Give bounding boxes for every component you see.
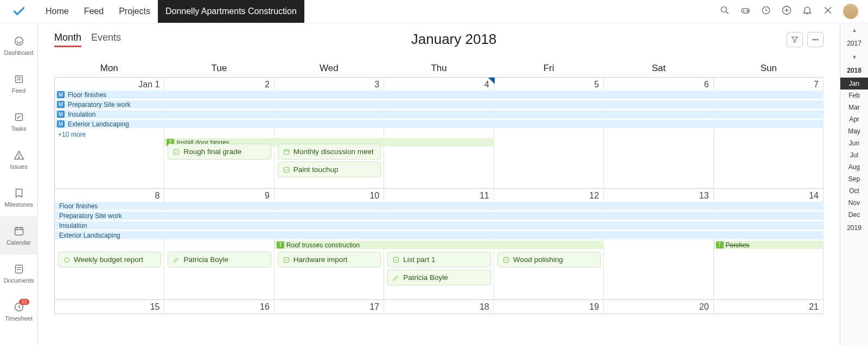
year-option[interactable]: 2018 <box>847 63 861 78</box>
day-cell[interactable]: 21 <box>714 300 824 314</box>
task-marker: T <box>716 241 724 248</box>
allday-bar[interactable]: MFloor finishes <box>55 91 824 99</box>
day-number: 4 <box>484 80 489 90</box>
calendar-item[interactable]: Rough final grade <box>168 144 271 159</box>
calendar-item[interactable]: Weekly budget report <box>58 252 161 267</box>
sidebar-item[interactable]: Calendar <box>0 216 38 254</box>
svg-rect-27 <box>15 265 22 273</box>
allday-bar[interactable]: TRoof trusses construction <box>275 241 604 249</box>
pen-icon <box>392 274 400 282</box>
sidebar-item[interactable]: Issues <box>0 140 38 178</box>
sidebar-item[interactable]: Documents <box>0 254 38 292</box>
day-number: Jan 1 <box>138 80 159 90</box>
calendar-item-label: Monthly discussion meet <box>293 148 374 156</box>
year-option[interactable]: 2019 <box>847 221 861 235</box>
milestone-marker: M <box>57 91 65 98</box>
plus-icon[interactable] <box>781 5 792 18</box>
year-prev-icon[interactable]: ▴ <box>840 23 868 36</box>
day-cell[interactable]: 19 <box>494 300 604 314</box>
allday-bar[interactable]: Floor finishes <box>55 202 824 210</box>
calendar-item[interactable]: List part 1 <box>387 252 490 267</box>
year-next-icon[interactable]: ▾ <box>840 50 868 63</box>
month-option[interactable]: Sep <box>840 173 868 185</box>
day-cell[interactable]: 18 <box>384 300 494 314</box>
month-option[interactable]: Jan <box>840 78 868 90</box>
more-menu-button[interactable] <box>807 32 824 47</box>
calendar-item-label: Weekly budget report <box>74 255 143 264</box>
day-number: 21 <box>809 302 819 312</box>
tools-icon[interactable] <box>822 5 833 18</box>
circle-icon <box>63 256 71 264</box>
topnav-item[interactable]: Feed <box>76 0 111 23</box>
sidebar-item-label: Milestones <box>4 201 33 208</box>
allday-bar[interactable]: Insulation <box>55 221 824 229</box>
month-option[interactable]: May <box>840 125 868 137</box>
svg-point-6 <box>748 11 749 12</box>
calendar-item-label: Patricia Boyle <box>183 255 228 264</box>
check-icon <box>392 256 400 264</box>
search-icon[interactable] <box>719 5 730 18</box>
day-cell[interactable]: 20 <box>604 300 713 314</box>
app-logo[interactable] <box>0 0 38 23</box>
sidebar-badge: 11 <box>19 299 29 305</box>
sidebar-item[interactable]: Dashboard <box>0 27 38 65</box>
calendar-item[interactable]: Wood polishing <box>497 252 601 267</box>
allday-bar[interactable]: MExterior Landscaping <box>55 120 824 128</box>
month-option[interactable]: Jun <box>840 137 868 149</box>
month-option[interactable]: Dec <box>840 209 868 221</box>
calendar-item[interactable]: Patricia Boyle <box>387 270 490 285</box>
allday-bar-label: Exterior Landscaping <box>68 120 129 128</box>
sidebar-item[interactable]: Milestones <box>0 178 38 216</box>
allday-bar[interactable]: MInsulation <box>55 110 824 118</box>
month-option[interactable]: Aug <box>840 161 868 173</box>
allday-bar[interactable]: Preparatory Site work <box>55 212 824 220</box>
day-cell[interactable]: 15 <box>55 300 164 314</box>
avatar[interactable] <box>843 4 858 19</box>
year-option[interactable]: 2017 <box>847 36 861 50</box>
check-icon <box>283 256 290 264</box>
calendar-item-label: Rough final grade <box>183 148 241 156</box>
allday-bar[interactable]: TPorches <box>714 241 824 249</box>
sidebar-item[interactable]: Timesheet11 <box>0 292 38 330</box>
month-option[interactable]: Apr <box>840 113 868 125</box>
month-option[interactable]: Feb <box>840 90 868 101</box>
view-tab[interactable]: Month <box>54 32 81 47</box>
bell-icon[interactable] <box>802 5 813 18</box>
allday-bar[interactable]: MPreparatory Site work <box>55 100 824 108</box>
day-number: 8 <box>155 191 160 201</box>
svg-point-22 <box>18 157 20 158</box>
view-tab[interactable]: Events <box>91 32 121 47</box>
pen-icon <box>173 256 180 264</box>
topnav-item[interactable]: Donnelly Apartments Construction <box>158 0 304 23</box>
calendar-item[interactable]: Patricia Boyle <box>168 252 271 267</box>
month-option[interactable]: Jul <box>840 149 868 161</box>
calendar-item[interactable]: Monthly discussion meet <box>278 144 381 159</box>
svg-point-34 <box>815 39 816 40</box>
month-option[interactable]: Oct <box>840 185 868 197</box>
sidebar-item[interactable]: Feed <box>0 65 38 103</box>
svg-point-33 <box>813 39 814 40</box>
topnav-item[interactable]: Home <box>38 0 76 23</box>
svg-point-35 <box>817 39 818 40</box>
day-number: 10 <box>369 191 379 201</box>
sidebar-item-label: Feed <box>12 87 25 94</box>
sidebar-item[interactable]: Tasks <box>0 103 38 140</box>
gamepad-icon[interactable] <box>740 5 751 18</box>
clock-icon[interactable] <box>761 5 771 18</box>
day-number: 19 <box>589 302 599 312</box>
allday-bar-label: Porches <box>726 241 750 249</box>
calendar-item[interactable]: Paint touchup <box>278 162 381 177</box>
calendar-item[interactable]: Hardware import <box>278 252 381 267</box>
topnav-item[interactable]: Projects <box>111 0 158 23</box>
more-link[interactable]: +10 more <box>55 130 824 138</box>
month-option[interactable]: Nov <box>840 197 868 209</box>
sidebar-item-label: Timesheet <box>5 315 33 322</box>
svg-line-32 <box>19 307 21 308</box>
dow-header: Tue <box>164 60 275 77</box>
allday-bar[interactable]: Exterior Landscaping <box>55 231 824 239</box>
day-cell[interactable]: 16 <box>164 300 274 314</box>
filter-button[interactable] <box>787 32 803 47</box>
month-option[interactable]: Mar <box>840 101 868 113</box>
day-cell[interactable]: 17 <box>275 300 384 314</box>
allday-bar-label: Exterior Landscaping <box>59 232 120 239</box>
